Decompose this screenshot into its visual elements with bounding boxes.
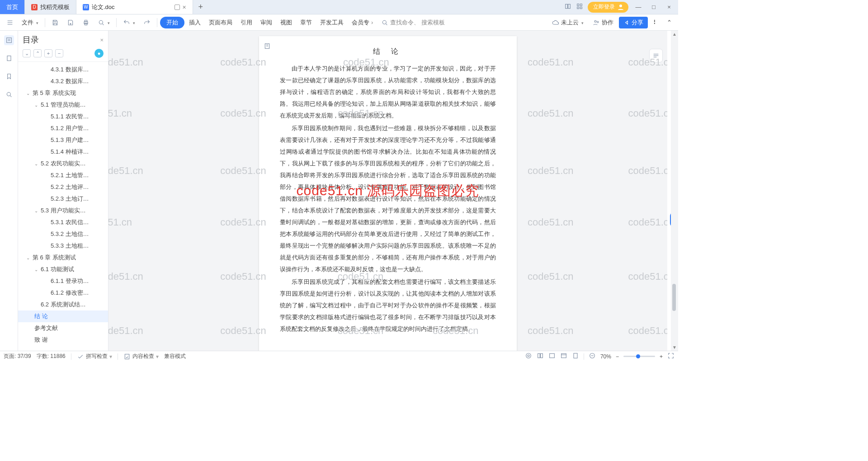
more-button[interactable]: ⠇ [650,17,661,28]
outline-tree[interactable]: 4.3.1 数据库…4.3.2 数据库…⌄第 5 章 系统实现⌄5.1 管理员功… [18,62,108,351]
collaborate-button[interactable]: 协作 [589,17,617,28]
outline-item[interactable]: ⌄第 6 章 系统测试 [18,252,108,263]
file-menu[interactable]: 文件 [18,17,42,28]
outline-item[interactable]: 6.1.2 修改密… [18,287,108,299]
outline-item[interactable]: 5.1.4 种植详… [18,146,108,158]
tab-reference[interactable]: 引用 [237,17,256,28]
floating-toolbox-button[interactable] [649,49,663,62]
outline-assistant-button[interactable]: ● [94,49,104,58]
view-outline-icon[interactable] [572,352,579,361]
share-button[interactable]: 分享 [619,17,648,28]
fullscreen-button[interactable] [667,352,675,361]
cloud-sync-button[interactable]: 未上云 [548,17,587,28]
document-heading: 结 论 [280,47,496,56]
save-as-button[interactable] [63,17,78,28]
level-down-button[interactable]: − [55,49,63,57]
status-page[interactable]: 页面: 37/39 [4,353,31,360]
tab-chapter[interactable]: 章节 [297,17,316,28]
svg-rect-0 [566,4,568,8]
outline-item[interactable]: 5.2.2 土地评… [18,181,108,193]
tab-page-layout[interactable]: 页面布局 [205,17,236,28]
outline-item[interactable]: 致 谢 [18,334,108,346]
maximize-button[interactable]: □ [648,2,659,13]
rail-bookmark-icon[interactable] [4,71,14,81]
zoom-value[interactable]: 70% [600,353,611,360]
separator [584,353,584,360]
preview-button[interactable] [94,17,113,28]
outline-item[interactable]: 5.2.1 土地管… [18,169,108,181]
view-read-icon[interactable] [537,352,544,361]
undo-button[interactable] [119,17,139,28]
outline-item[interactable]: 5.3.3 土地租… [18,240,108,252]
outline-item[interactable]: ⌄5.1 管理员功能… [18,99,108,111]
zoom-in-button[interactable]: + [660,353,663,360]
collapse-all-button[interactable]: ⌄ [23,49,31,57]
save-button[interactable] [48,17,62,28]
view-page-icon[interactable] [548,352,556,361]
tab-start[interactable]: 开始 [160,17,184,28]
rail-search-icon[interactable] [4,89,14,99]
print-button[interactable] [79,17,93,28]
outline-item[interactable]: 5.3.2 土地信… [18,228,108,240]
svg-rect-1 [568,4,571,8]
scrollbar-thumb[interactable] [672,284,676,311]
outline-item[interactable]: 5.3.1 农民信… [18,216,108,228]
rail-page-icon[interactable] [4,53,14,63]
outline-item[interactable]: 结 论 [18,310,108,322]
minimize-button[interactable]: ― [633,2,644,13]
spell-check-button[interactable]: 拼写检查▾ [77,353,112,360]
rail-outline-icon[interactable] [4,35,14,45]
redo-button[interactable] [140,17,154,28]
tab-close-icon[interactable]: × [183,4,186,11]
outline-item[interactable]: 6.1.1 登录功… [18,275,108,287]
scroll-down-button[interactable]: ▼ [671,345,678,350]
zoom-out-button[interactable]: − [616,353,619,360]
svg-rect-24 [561,353,566,358]
separator [116,18,117,27]
svg-point-20 [526,353,531,358]
fit-width-icon[interactable] [589,352,596,361]
close-outline-button[interactable]: × [100,37,104,43]
outline-item[interactable]: ⌄第 5 章 系统实现 [18,87,108,99]
tab-home[interactable]: 首页 [0,0,25,14]
collapse-ribbon-button[interactable]: ⌃ [663,17,675,28]
apps-icon[interactable] [576,3,583,11]
tab-vip[interactable]: 会员专› [348,17,377,28]
outline-item[interactable]: 6.2 系统测试结… [18,299,108,310]
content-check-button[interactable]: 内容检查▾ [123,353,159,360]
outline-item[interactable]: ⌄6.1 功能测试 [18,263,108,275]
zoom-slider[interactable] [623,356,655,357]
level-up-button[interactable]: + [44,49,52,57]
layout-mode-icon[interactable] [564,3,571,11]
tab-template[interactable]: D 找稻壳模板 [25,0,76,14]
tab-review[interactable]: 审阅 [257,17,276,28]
outline-title: 目录 [23,34,39,45]
svg-point-11 [383,20,387,24]
scroll-up-button[interactable]: ▲ [671,32,678,37]
outline-item[interactable]: 5.1.1 农民管… [18,111,108,122]
outline-item[interactable]: 5.1.2 用户管… [18,122,108,134]
new-tab-button[interactable]: + [193,0,208,14]
menu-button[interactable] [3,17,17,28]
view-web-icon[interactable] [560,352,567,361]
document-canvas[interactable]: 结 论 由于本人学习的是计算机方面的专业，学习了一定的开发知识，因此，对于开发一… [108,31,667,351]
vertical-scrollbar[interactable]: ▲ ▼ [671,31,678,351]
tab-view[interactable]: 视图 [277,17,296,28]
outline-item[interactable]: 参考文献 [18,322,108,334]
close-window-button[interactable]: × [664,2,675,13]
tab-document[interactable]: W 论文.doc × [76,0,193,14]
outline-item[interactable]: 5.1.3 用户建… [18,134,108,146]
status-word-count[interactable]: 字数: 11886 [37,353,66,360]
tab-insert[interactable]: 插入 [185,17,204,28]
search-commands[interactable]: 查找命令、搜索模板 [377,17,448,28]
outline-item[interactable]: ⌄5.3 用户功能实… [18,205,108,216]
outline-item[interactable]: 5.2.3 土地订… [18,193,108,205]
outline-item[interactable]: 4.3.1 数据库… [18,64,108,75]
view-focus-icon[interactable] [525,352,532,361]
outline-item[interactable]: 4.3.2 数据库… [18,75,108,87]
outline-item[interactable]: ⌄5.2 农民功能实… [18,158,108,169]
tab-dev-tools[interactable]: 开发工具 [316,17,347,28]
expand-all-button[interactable]: ⌃ [33,49,42,57]
login-button[interactable]: 立即登录 [588,2,628,13]
window-split-icon[interactable] [175,5,180,10]
